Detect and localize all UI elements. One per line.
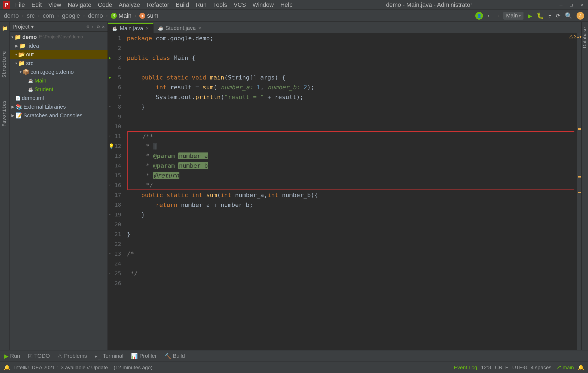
structure-tab[interactable]: Structure	[0, 49, 10, 81]
folder-icon-src: 📁	[18, 60, 25, 66]
menu-navigate[interactable]: Navigate	[65, 1, 94, 9]
menu-help[interactable]: Help	[278, 1, 295, 9]
breadcrumb-demo2[interactable]: demo	[88, 12, 103, 19]
profiler-tab-icon: 📊	[131, 353, 138, 359]
tree-item-src[interactable]: ▾ 📁 src	[10, 59, 108, 68]
indent-info[interactable]: 4 spaces	[531, 365, 551, 371]
tree-item-out[interactable]: ▾ 📂 out	[10, 50, 108, 59]
breadcrumb-src[interactable]: src	[27, 12, 35, 19]
window-title: demo - Main.java - Administrator	[386, 1, 472, 8]
code-line-6: int result = sum( number_a: 1, number_b:…	[127, 82, 574, 92]
scroll-marker-3	[578, 192, 581, 193]
update-button[interactable]: ⟳	[556, 13, 561, 19]
menu-build[interactable]: Build	[173, 1, 192, 9]
user-icon[interactable]: 👤	[475, 12, 483, 20]
tab-close-student[interactable]: ✕	[198, 26, 201, 31]
line-num-14: 14	[108, 161, 124, 170]
problems-tab-label: Problems	[64, 353, 87, 359]
panel-actions: ⊕ ⇤ ⚙ ✕	[87, 24, 105, 29]
encoding[interactable]: UTF-8	[512, 365, 527, 371]
tab-close-main[interactable]: ✕	[145, 26, 149, 31]
tree-item-ext-libs[interactable]: ▶ 📚 External Libraries	[10, 102, 108, 111]
line-num-24: 24	[108, 259, 124, 268]
breadcrumb-google[interactable]: google	[62, 12, 80, 19]
status-update-icon: 🔔	[4, 364, 10, 371]
tree-label-scratches: Scratches and Consoles	[23, 112, 82, 119]
problems-tab[interactable]: ⚠ Problems	[56, 353, 88, 359]
tree-item-scratches[interactable]: ▶ 📝 Scratches and Consoles	[10, 111, 108, 120]
debug-button[interactable]: 🐛	[537, 12, 544, 19]
code-line-17: public static int sum(int number_a,int n…	[127, 190, 574, 200]
menu-view[interactable]: View	[45, 1, 64, 9]
collapse-all-icon[interactable]: ⇤	[91, 24, 94, 29]
project-panel: Project ▾ ⊕ ⇤ ⚙ ✕ ▾ 📁 demo E:\Project\Ja…	[10, 22, 108, 350]
tree-item-iml[interactable]: 📄 demo.iml	[10, 94, 108, 102]
nav-icon-sum: m	[139, 13, 145, 19]
line-separator[interactable]: CRLF	[495, 365, 509, 371]
user-avatar[interactable]: A	[577, 12, 584, 20]
tree-item-idea[interactable]: ▶ 📁 .idea	[10, 41, 108, 50]
profiler-tab[interactable]: 📊 Profiler	[129, 353, 158, 359]
favorites-tab[interactable]: Favorites	[0, 98, 10, 130]
run-config-selector[interactable]: Main ▾	[503, 12, 523, 20]
nav-back-button[interactable]: ←	[487, 12, 491, 19]
breadcrumb-demo[interactable]: demo	[4, 12, 19, 19]
breadcrumb-sum[interactable]: sum	[147, 12, 158, 19]
search-everywhere-button[interactable]: 🔍	[565, 12, 572, 19]
minimize-button[interactable]: —	[558, 1, 565, 8]
panel-settings-icon[interactable]: ⚙	[97, 24, 100, 29]
panel-close-icon[interactable]: ✕	[102, 24, 105, 29]
line-num-12: 12💡	[108, 141, 124, 151]
code-line-7: System.out.println("result = " + result)…	[127, 92, 574, 102]
file-icon-student: ☕	[28, 87, 33, 92]
tree-item-student[interactable]: ▶ ☕ Student	[10, 85, 108, 94]
tree-item-demo-root[interactable]: ▾ 📁 demo E:\Project\Java\demo	[10, 33, 108, 41]
panel-title: Project ▾	[13, 23, 34, 30]
menu-edit[interactable]: Edit	[29, 1, 44, 9]
todo-tab[interactable]: ☑ TODO	[26, 353, 51, 359]
breadcrumb-main[interactable]: Main	[118, 12, 131, 19]
menu-analyze[interactable]: Analyze	[116, 1, 143, 9]
terminal-tab[interactable]: ▸_ Terminal	[93, 353, 125, 359]
tree-item-main[interactable]: ▶ ☕ Main	[10, 76, 108, 85]
line-num-5: 5▶	[108, 72, 124, 82]
breadcrumb-com[interactable]: com	[43, 12, 54, 19]
menu-run[interactable]: Run	[193, 1, 209, 9]
terminal-tab-icon: ▸_	[95, 353, 101, 359]
nav-forward-button[interactable]: →	[495, 12, 499, 19]
menu-file[interactable]: File	[13, 1, 27, 9]
event-log-label[interactable]: Event Log	[454, 365, 477, 371]
close-button[interactable]: ✕	[578, 1, 585, 8]
run-config-chevron: ▾	[519, 14, 521, 18]
tab-main-java[interactable]: ☕ Main.java ✕	[108, 23, 154, 33]
right-scrollbar[interactable]: ⚠3▴▾	[577, 33, 581, 350]
cursor-position[interactable]: 12:8	[481, 365, 491, 371]
menu-refactor[interactable]: Refactor	[144, 1, 172, 9]
tab-student-java[interactable]: ☕ Student.java ✕	[154, 23, 206, 33]
scroll-marker-2	[578, 176, 581, 178]
git-branch[interactable]: ⎇ main	[555, 364, 574, 371]
ext-libs-icon: 📚	[16, 103, 22, 110]
menu-tools[interactable]: Tools	[210, 1, 230, 9]
file-icon-iml: 📄	[15, 96, 21, 101]
line-num-8: 8▾	[108, 102, 124, 112]
code-content[interactable]: package com.google.demo; public class Ma…	[124, 33, 577, 350]
database-panel-label[interactable]: Database	[582, 27, 588, 48]
line-num-16: 16▾	[108, 180, 124, 190]
project-icon[interactable]: 📁	[1, 24, 9, 32]
file-icon-main: ☕	[28, 78, 33, 83]
package-icon: 📦	[23, 69, 29, 75]
menu-vcs[interactable]: VCS	[231, 1, 249, 9]
menu-code[interactable]: Code	[95, 1, 115, 9]
maximize-button[interactable]: ❐	[568, 1, 575, 8]
code-editor[interactable]: 1 2 3▶ 4 5▶ 6 7 8▾ 9 10 11▾ 12💡 13 14 15…	[108, 33, 581, 350]
build-tab[interactable]: 🔨 Build	[163, 353, 186, 359]
locate-file-icon[interactable]: ⊕	[87, 24, 90, 29]
run-button[interactable]: ▶	[528, 12, 532, 20]
expand-arrow-package: ▾	[20, 70, 22, 74]
menu-window[interactable]: Window	[250, 1, 276, 9]
notification-icon[interactable]: 🔔	[578, 364, 584, 371]
tree-item-package[interactable]: ▾ 📦 com.google.demo	[10, 68, 108, 76]
run-tab[interactable]: ▶ Run	[3, 353, 22, 359]
coverage-button[interactable]: ☂	[548, 13, 552, 19]
